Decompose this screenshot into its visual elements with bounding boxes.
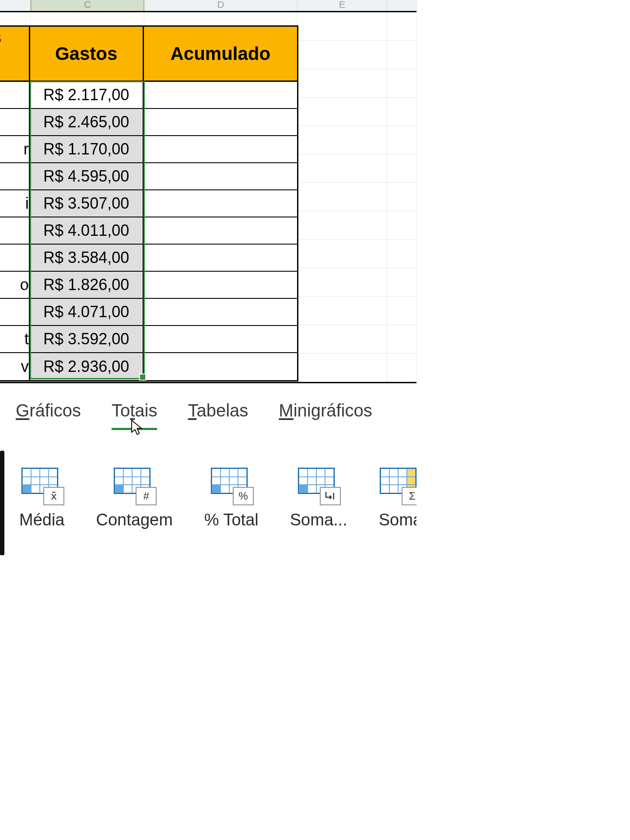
- table-body: R$ 2.117,00 R$ 2.465,00 rR$ 1.170,00 R$ …: [0, 82, 297, 380]
- cell-gastos[interactable]: R$ 2.936,00: [30, 353, 144, 380]
- tab-minigraficos[interactable]: Minigráficos: [279, 401, 372, 428]
- table-row[interactable]: R$ 3.584,00: [0, 245, 297, 272]
- tab-graficos[interactable]: Gráficos: [16, 401, 81, 428]
- cell-gastos[interactable]: R$ 1.826,00: [30, 272, 144, 298]
- header-acumulado[interactable]: Acumulado: [144, 27, 297, 80]
- data-table: s Gastos Acumulado R$ 2.117,00 R$ 2.465,…: [0, 25, 298, 382]
- cell-gastos[interactable]: R$ 4.071,00: [30, 299, 144, 325]
- column-header-bar: C D E: [0, 0, 416, 12]
- cell-acumulado[interactable]: [144, 272, 297, 298]
- tab-totais[interactable]: Totais: [112, 401, 158, 428]
- option-soma-running[interactable]: Soma...: [290, 468, 347, 529]
- col-header-spacer: [0, 0, 31, 11]
- qa-options: x̄ Média # Contagem % % Total Soma...: [16, 468, 401, 529]
- cell-acumulado[interactable]: [144, 190, 297, 217]
- option-contagem[interactable]: # Contagem: [96, 468, 173, 529]
- soma-running-icon: [298, 468, 339, 504]
- option-pct-total[interactable]: % % Total: [204, 468, 259, 529]
- cell-gastos[interactable]: R$ 3.592,00: [30, 326, 144, 352]
- cell-acumulado[interactable]: [144, 245, 297, 271]
- cell-gastos[interactable]: R$ 3.584,00: [30, 245, 144, 271]
- table-row[interactable]: R$ 4.011,00: [0, 217, 297, 245]
- column-header-d[interactable]: D: [144, 0, 298, 11]
- cell-gastos[interactable]: R$ 1.170,00: [30, 136, 144, 162]
- option-soma[interactable]: Σ Soma: [379, 468, 416, 529]
- table-row[interactable]: R$ 4.595,00: [0, 163, 297, 190]
- column-header-rest: [387, 0, 416, 11]
- option-media[interactable]: x̄ Média: [19, 468, 65, 529]
- table-row[interactable]: R$ 2.117,00: [0, 82, 297, 109]
- qa-tabs: Gráficos Totais Tabelas Minigráficos: [16, 401, 401, 428]
- table-row[interactable]: tR$ 3.592,00: [0, 326, 297, 353]
- cell-gastos[interactable]: R$ 2.465,00: [30, 109, 144, 135]
- table-row[interactable]: rR$ 1.170,00: [0, 136, 297, 163]
- cell-gastos[interactable]: R$ 3.507,00: [30, 190, 144, 217]
- table-row[interactable]: oR$ 1.826,00: [0, 272, 297, 299]
- worksheet-area[interactable]: s Gastos Acumulado R$ 2.117,00 R$ 2.465,…: [0, 12, 416, 383]
- cell-acumulado[interactable]: [144, 109, 297, 135]
- contagem-icon: #: [114, 468, 155, 504]
- cell-gastos[interactable]: R$ 4.595,00: [30, 163, 144, 189]
- cell-acumulado[interactable]: [144, 163, 297, 189]
- table-row[interactable]: R$ 4.071,00: [0, 299, 297, 326]
- soma-icon: Σ: [380, 468, 416, 504]
- table-row[interactable]: vR$ 2.936,00: [0, 353, 297, 380]
- table-header-row: s Gastos Acumulado: [0, 27, 297, 82]
- camera-strip: [0, 451, 4, 555]
- cell-gastos[interactable]: R$ 2.117,00: [30, 82, 144, 108]
- cell-acumulado[interactable]: [144, 353, 297, 380]
- header-gastos[interactable]: Gastos: [30, 27, 144, 80]
- column-header-c[interactable]: C: [31, 0, 144, 11]
- cell-acumulado[interactable]: [144, 326, 297, 352]
- media-icon: x̄: [21, 468, 63, 504]
- column-header-e[interactable]: E: [298, 0, 387, 11]
- cell-acumulado[interactable]: [144, 136, 297, 162]
- cell-acumulado[interactable]: [144, 82, 297, 108]
- table-row[interactable]: iR$ 3.507,00: [0, 190, 297, 217]
- cell-gastos[interactable]: R$ 4.011,00: [30, 217, 144, 244]
- table-row[interactable]: R$ 2.465,00: [0, 109, 297, 136]
- quick-analysis-panel: Gráficos Totais Tabelas Minigráficos x̄ …: [0, 383, 416, 542]
- cell-acumulado[interactable]: [144, 217, 297, 244]
- header-col-prev[interactable]: s: [0, 27, 30, 80]
- pct-total-icon: %: [211, 468, 252, 504]
- cell-acumulado[interactable]: [144, 299, 297, 325]
- tab-tabelas[interactable]: Tabelas: [188, 401, 248, 428]
